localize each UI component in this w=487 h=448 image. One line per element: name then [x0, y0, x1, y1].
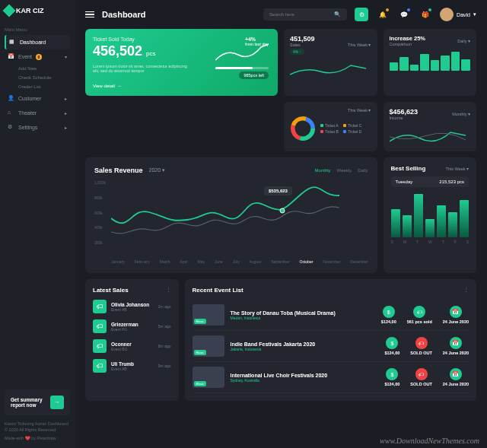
view-detail-link[interactable]: View detail →: [93, 84, 270, 88]
gear-icon: ⚙: [8, 124, 14, 131]
grid-icon: ▦: [9, 39, 16, 46]
nav-sub-order[interactable]: Oreder List: [5, 82, 70, 91]
latest-sales-card: Latest Sales ⋮ 🏷 Olivia JohansonEvent AB…: [85, 279, 179, 401]
event-name: Indie Band Festivals Jakarta 2020: [231, 342, 379, 347]
nav-dashboard[interactable]: ▦ Dashboard: [5, 35, 70, 49]
tab-daily[interactable]: Daily: [358, 168, 368, 173]
sales-label: Sales: [290, 43, 315, 47]
period-select[interactable]: Daily ▾: [457, 39, 470, 43]
sales-card: 451,509 Sales 4% ↑ This Week ▾: [284, 29, 377, 96]
nav-label: Dashboard: [20, 40, 46, 45]
ticket-icon: 🏷: [93, 339, 107, 353]
period-select[interactable]: This Week ▾: [348, 108, 371, 113]
badge: 0: [36, 54, 42, 60]
revenue-title: Sales Revenue: [94, 167, 143, 174]
ticket-icon: 🏷: [93, 319, 107, 333]
donut-legend: Ticket A Ticket C Ticket B Ticket D: [320, 123, 361, 134]
event-tag: Music: [194, 350, 206, 355]
hamburger-icon[interactable]: [85, 11, 94, 18]
income-card: $456,623 Income Monthly ▾: [384, 102, 477, 151]
user-name: David: [457, 12, 470, 17]
event-date: 24 June 2020: [443, 382, 469, 386]
hero-left-pill: 985pcs left: [239, 71, 269, 79]
latest-name: Griezerman: [111, 322, 154, 327]
ticket-icon: 🏷: [93, 359, 107, 373]
calendar-icon: 📅: [450, 306, 462, 318]
year-select[interactable]: 2020 ▾: [149, 167, 166, 173]
period-select[interactable]: This Week ▾: [348, 43, 371, 47]
ticket-icon: 🏷: [415, 368, 428, 380]
event-sold: 561 pcs sold: [407, 319, 432, 324]
event-price: $124,00: [381, 319, 396, 324]
chevron-right-icon: ▸: [65, 96, 67, 101]
event-sold: SOLD OUT: [410, 382, 431, 386]
gift-button[interactable]: 🎁: [419, 8, 432, 21]
logo-text: KAR CIZ: [16, 8, 44, 14]
nav-sub-schedule[interactable]: Check Schedule: [5, 73, 70, 82]
latest-item[interactable]: 🏷 OconnerEvent BG 8m ago: [93, 339, 171, 353]
latest-time: 5m ago: [158, 324, 171, 329]
ticket-icon: 🏷: [413, 306, 425, 318]
event-thumb: Music: [193, 367, 224, 388]
summary-cta[interactable]: Get summary report now →: [5, 389, 70, 415]
nav-customer[interactable]: 👤 Customer ▸: [5, 91, 70, 106]
more-icon[interactable]: ⋮: [463, 287, 469, 294]
latest-sub: Event FG: [111, 327, 154, 332]
event-price: $124,00: [384, 351, 399, 355]
notif-dot: [428, 8, 431, 11]
logo[interactable]: KAR CIZ: [5, 6, 70, 15]
chart-tooltip: $535,623: [264, 186, 292, 195]
user-icon: 👤: [8, 95, 14, 102]
more-icon[interactable]: ⋮: [166, 287, 171, 294]
event-row[interactable]: Music International Live Choir Festivals…: [193, 362, 469, 393]
calendar-icon: 📅: [450, 337, 462, 349]
search-input[interactable]: 🔍: [263, 8, 347, 21]
chevron-right-icon: ▸: [65, 110, 67, 116]
chat-button[interactable]: 💬: [397, 8, 411, 21]
sales-value: 451,509: [290, 35, 315, 43]
dollar-icon: $: [383, 306, 395, 318]
tab-weekly[interactable]: Weekly: [337, 168, 352, 173]
event-row[interactable]: Music The Story of Danau Toba (Musical D…: [193, 300, 469, 331]
event-name: International Live Choir Festivals 2020: [231, 373, 379, 378]
latest-name: Olivia Johanson: [111, 302, 154, 307]
bs-highlight: Tuesday215,523 pcs: [391, 176, 469, 187]
income-sparkline: [390, 126, 471, 145]
nav-label: Event: [18, 54, 32, 59]
income-label: Income: [390, 116, 419, 120]
hero-desc: Lorem ipsum dolor sit amet, consectetur …: [93, 64, 190, 73]
nav-sub-addnew[interactable]: Add New: [5, 64, 70, 73]
bs-bars: [391, 192, 469, 237]
hero-sparkline: [215, 41, 269, 64]
nav-event[interactable]: 📅 Event 0 ▾: [5, 49, 70, 64]
revenue-chart: 1,000k800k600k400k200k $535,623 JanuaryF…: [94, 180, 368, 264]
event-row[interactable]: Music Indie Band Festivals Jakarta 2020J…: [193, 331, 469, 362]
ticket-icon: 🏷: [415, 337, 428, 349]
latest-sub: Event BG: [111, 347, 154, 351]
increase-label: Increase 25%: [390, 35, 426, 42]
footer-text: Karciz Ticketing Admin Dashboard © 2020 …: [5, 421, 70, 442]
latest-item[interactable]: 🏷 Olivia JohansonEvent AB 2m ago: [93, 300, 171, 313]
latest-item[interactable]: 🏷 Uli TrumbEvent AB 9m ago: [93, 359, 171, 373]
notif-dot: [407, 8, 410, 11]
search-field[interactable]: [269, 12, 334, 17]
period-select[interactable]: This Week ▾: [446, 167, 469, 171]
user-menu[interactable]: David ▾: [440, 8, 476, 21]
topbar: Dashboard 🔍 ⚙ 🔔 💬 🎁 David ▾: [75, 0, 487, 29]
latest-sub: Event AB: [111, 307, 154, 312]
donut-card: This Week ▾ Ticket A Ticket C Ticket B T…: [284, 102, 377, 151]
event-thumb: Music: [193, 304, 224, 326]
settings-button[interactable]: ⚙: [355, 8, 368, 21]
watermark: www.DownloadNewThemes.com: [380, 437, 479, 445]
nav-settings[interactable]: ⚙ Settings ▸: [5, 120, 70, 135]
tab-monthly[interactable]: Monthly: [315, 168, 331, 173]
arrow-right-icon: →: [50, 396, 64, 409]
nav-theater[interactable]: ⌂ Theater ▸: [5, 106, 70, 120]
bell-button[interactable]: 🔔: [376, 8, 390, 21]
latest-time: 8m ago: [158, 344, 171, 348]
latest-item[interactable]: 🏷 GriezermanEvent FG 5m ago: [93, 319, 171, 333]
latest-sub: Event AB: [111, 367, 154, 371]
event-sold: SOLD OUT: [410, 351, 431, 355]
period-select[interactable]: Monthly ▾: [452, 112, 470, 116]
search-icon: 🔍: [334, 11, 341, 17]
